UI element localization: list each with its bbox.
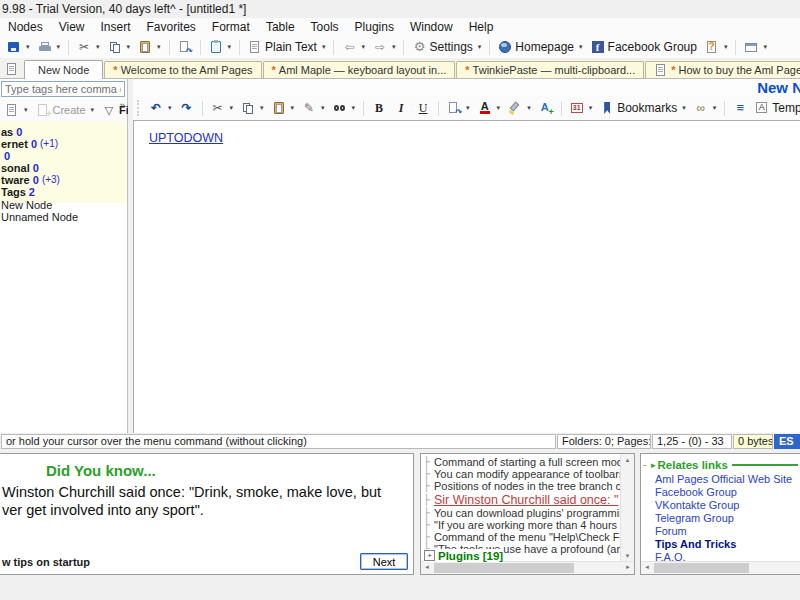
back-button[interactable] (339, 39, 368, 55)
toolbar-overflow-chevron[interactable]: » (119, 100, 125, 111)
uptodown-link[interactable]: UPTODOWN (149, 131, 223, 145)
gear-button[interactable]: Settings (409, 39, 484, 55)
chevron-down-icon[interactable] (682, 104, 686, 112)
save-button[interactable] (4, 39, 33, 55)
tip-item[interactable]: Command of starting a full screen mode c… (423, 456, 620, 468)
menu-table[interactable]: Table (258, 18, 303, 36)
chevron-down-icon[interactable] (763, 43, 767, 51)
related-link[interactable]: Aml Pages Official Web Site (641, 473, 800, 486)
menu-insert[interactable]: Insert (92, 18, 138, 36)
horizontal-scrollbar[interactable] (421, 561, 634, 574)
bold-button[interactable] (369, 100, 389, 116)
horizontal-scrollbar[interactable] (641, 561, 800, 574)
painter-button[interactable] (299, 100, 328, 116)
scroll-left-icon[interactable] (421, 562, 433, 573)
expand-icon[interactable] (424, 550, 435, 561)
chevron-down-icon[interactable] (724, 43, 728, 51)
related-link[interactable]: Forum (641, 525, 800, 538)
paste-button[interactable] (135, 39, 164, 55)
print-button[interactable] (35, 39, 64, 55)
chevron-down-icon[interactable] (321, 104, 325, 112)
tags-input[interactable] (1, 81, 125, 97)
paste-button[interactable] (269, 100, 298, 116)
globe-button[interactable]: Homepage (495, 39, 585, 55)
list-button[interactable] (730, 100, 750, 116)
window-button[interactable] (741, 39, 770, 55)
scrollbar-thumb[interactable] (654, 563, 749, 573)
scrollbar-thumb[interactable] (434, 563, 574, 573)
chevron-down-icon[interactable] (228, 43, 232, 51)
undo-button[interactable] (146, 100, 175, 116)
bookmark-button[interactable]: Bookmarks (597, 100, 689, 116)
date-button[interactable] (567, 100, 596, 116)
chevron-down-icon[interactable] (24, 106, 28, 114)
tree-node[interactable]: Unnamed Node (0, 211, 127, 223)
chevron-down-icon[interactable] (322, 43, 326, 51)
chevron-down-icon[interactable] (57, 43, 61, 51)
tag-row[interactable]: sonal0 (0, 162, 127, 174)
show-tips-checkbox[interactable]: w tips on startup (2, 556, 90, 568)
related-link[interactable]: Tips And Tricks (641, 538, 800, 551)
doc-button[interactable] (2, 102, 31, 118)
facebook-button[interactable]: Facebook Group (588, 39, 700, 55)
related-link[interactable]: Facebook Group (641, 486, 800, 499)
menu-view[interactable]: View (51, 18, 93, 36)
related-link[interactable]: VKontakte Group (641, 499, 800, 512)
menu-tools[interactable]: Tools (303, 18, 347, 36)
chevron-down-icon[interactable] (527, 104, 531, 112)
related-link[interactable]: Telegram Group (641, 512, 800, 525)
chevron-down-icon[interactable] (168, 104, 172, 112)
italic-button[interactable] (391, 100, 411, 116)
forward-button[interactable] (370, 39, 399, 55)
tip-item[interactable]: Positions of nodes in the tree branch ca… (423, 480, 620, 492)
doc-button[interactable]: Plain Text (245, 39, 328, 55)
menu-plugins[interactable]: Plugins (347, 18, 402, 36)
chevron-down-icon[interactable] (579, 43, 583, 51)
tag-row[interactable]: ernet0(+1) (0, 138, 127, 150)
chevron-down-icon[interactable] (26, 43, 30, 51)
plugins-node[interactable]: Plugins [19] (424, 549, 503, 562)
tip-item[interactable]: "If you are working more than 4 hours a … (423, 519, 620, 531)
tip-item[interactable]: Sir Winston Churchill said once: " (423, 492, 620, 507)
scroll-up-icon[interactable] (621, 454, 634, 466)
help-button[interactable] (702, 39, 731, 55)
chevron-down-icon[interactable] (478, 43, 482, 51)
chevron-down-icon[interactable] (466, 104, 470, 112)
chevron-down-icon[interactable] (91, 106, 95, 114)
paste-special-button[interactable] (175, 39, 195, 55)
redo-button[interactable] (177, 100, 197, 116)
chevron-down-icon[interactable] (352, 104, 356, 112)
editor-canvas[interactable]: UPTODOWN (133, 120, 800, 433)
chevron-down-icon[interactable] (392, 43, 396, 51)
tab-4[interactable]: *How to buy the Aml Pages (645, 61, 800, 78)
cut-button[interactable] (74, 39, 103, 55)
scroll-left-icon[interactable] (641, 562, 653, 573)
menu-window[interactable]: Window (402, 18, 461, 36)
chevron-down-icon[interactable] (497, 104, 501, 112)
menu-help[interactable]: Help (461, 18, 502, 36)
tag-row[interactable]: 0 (0, 150, 127, 162)
chevron-down-icon[interactable] (291, 104, 295, 112)
copy-button[interactable] (105, 39, 134, 55)
chevron-down-icon[interactable] (157, 43, 161, 51)
tab-1[interactable]: *Welcome to the Aml Pages (104, 61, 261, 78)
fontcolor-button[interactable] (475, 100, 504, 116)
highlight-button[interactable] (505, 100, 534, 116)
chevron-down-icon[interactable] (589, 104, 593, 112)
find-button[interactable] (330, 100, 359, 116)
fontgrow-button[interactable] (536, 100, 556, 116)
copy-button[interactable] (238, 100, 267, 116)
tip-item[interactable]: You can modify appearance of toolbars - … (423, 468, 620, 480)
tab-0[interactable]: New Node (24, 60, 103, 79)
tag-row[interactable]: as0 (0, 126, 127, 138)
menu-nodes[interactable]: Nodes (0, 18, 51, 36)
chevron-down-icon[interactable] (230, 104, 234, 112)
create-button[interactable]: Create (33, 102, 98, 118)
tag-row[interactable]: tware0(+3) (0, 174, 127, 186)
chevron-down-icon[interactable] (260, 104, 264, 112)
menu-format[interactable]: Format (204, 18, 258, 36)
tag-row[interactable]: Tags2 (0, 186, 127, 198)
scroll-right-icon[interactable] (622, 562, 634, 573)
link-button[interactable] (691, 100, 720, 116)
chevron-down-icon[interactable] (713, 104, 717, 112)
